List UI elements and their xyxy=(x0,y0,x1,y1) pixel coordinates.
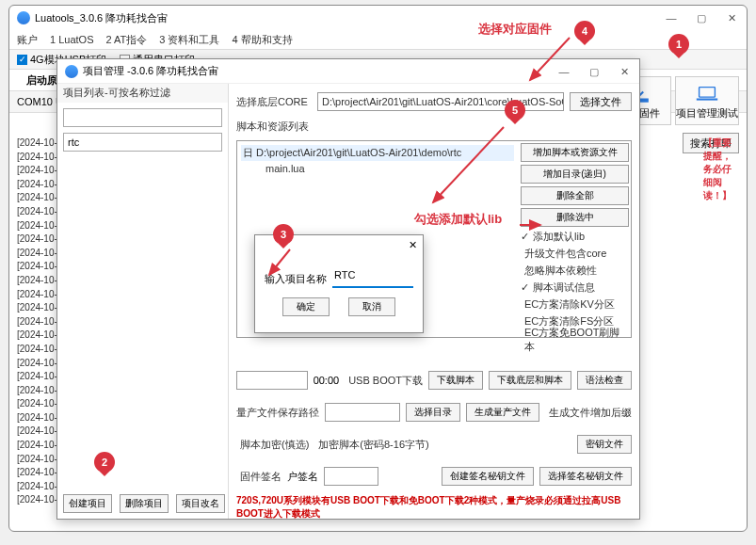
app-icon xyxy=(17,11,30,24)
gen-suffix-checkbox[interactable]: 生成文件增加后缀 xyxy=(545,405,632,421)
menu-bar: 账户 1 LuatOS 2 AT指令 3 资料和工具 4 帮助和支持 xyxy=(9,30,747,49)
time-label: 00:00 xyxy=(314,375,340,386)
create-project-button[interactable]: 创建项目 xyxy=(63,494,112,513)
add-default-lib-checkbox[interactable]: ✓添加默认lib xyxy=(521,230,629,244)
boot-mode-note: 720S,720U系列模块有USB BOOT下载和免BOOT下载2种模式，量产烧… xyxy=(236,494,632,521)
script-list-label: 脚本和资源列表 xyxy=(236,120,312,134)
bubble-2: 2 xyxy=(94,452,115,473)
syntax-check-button[interactable]: 语法检查 xyxy=(577,371,632,390)
maximize-icon[interactable]: ▢ xyxy=(686,6,716,30)
upgrade-core-checkbox[interactable]: 升级文件包含core xyxy=(521,247,629,261)
project-name-label: 输入项目名称 xyxy=(265,272,327,286)
delete-all-button[interactable]: 删除全部 xyxy=(521,186,629,205)
progress-input xyxy=(236,371,308,390)
ignore-deps-checkbox[interactable]: 忽略脚本依赖性 xyxy=(521,264,629,278)
mass-path-label: 量产文件保存路径 xyxy=(236,406,319,420)
bubble-1: 1 xyxy=(668,34,689,55)
maximize-icon[interactable]: ▢ xyxy=(579,59,609,84)
sign-enable-checkbox[interactable]: 固件签名 xyxy=(236,469,281,485)
bubble-5: 5 xyxy=(505,100,525,120)
menu-item[interactable]: 1 LuatOS xyxy=(50,34,93,45)
close-icon[interactable]: ✕ xyxy=(609,59,639,84)
create-keyfile-button[interactable]: 创建签名秘钥文件 xyxy=(442,467,534,486)
menu-item[interactable]: 账户 xyxy=(17,33,38,47)
close-icon[interactable]: ✕ xyxy=(716,6,747,30)
key-file-button[interactable]: 密钥文件 xyxy=(577,435,632,454)
main-title: Luatools_3.0.6 降功耗找合宙 xyxy=(35,11,168,25)
laptop-icon xyxy=(694,84,720,106)
menu-item[interactable]: 2 AT指令 xyxy=(105,33,147,47)
minimize-icon[interactable]: — xyxy=(656,6,686,30)
bubble-3: 3 xyxy=(273,224,294,245)
bubble-4: 4 xyxy=(574,21,595,41)
menu-item[interactable]: 4 帮助和支持 xyxy=(232,33,292,47)
choose-keyfile-button[interactable]: 选择签名秘钥文件 xyxy=(539,467,632,486)
sign-label: 户签名 xyxy=(287,470,318,484)
usb-boot-checkbox[interactable]: USB BOOT下载 xyxy=(345,373,423,389)
project-list-header: 项目列表-可按名称过滤 xyxy=(57,84,228,103)
ec-free-boot-checkbox[interactable]: EC方案免BOOT刷脚本 xyxy=(521,331,629,347)
tree-file[interactable]: main.lua xyxy=(241,161,514,174)
project-item-rtc[interactable]: rtc xyxy=(63,133,222,152)
svg-rect-2 xyxy=(697,99,717,101)
minimize-icon[interactable]: — xyxy=(549,59,579,84)
gen-mass-button[interactable]: 生成量产文件 xyxy=(466,403,539,422)
sub-title: 项目管理 -3.0.6 降功耗找合宙 xyxy=(83,64,218,78)
project-name-input[interactable]: RTC xyxy=(332,269,413,288)
choose-core-button[interactable]: 选择文件 xyxy=(570,92,632,111)
project-filter-input[interactable] xyxy=(63,108,222,127)
annotation-text: 勾选添加默认lib xyxy=(414,211,502,228)
ec-clear-kv-checkbox[interactable]: EC方案清除KV分区 xyxy=(521,297,629,312)
project-list-pane: 项目列表-可按名称过滤 rtc 创建项目 删除项目 项目改名 xyxy=(57,84,229,519)
encrypt-enable-checkbox[interactable]: 脚本加密(慎选) xyxy=(236,437,309,453)
download-script-button[interactable]: 下载脚本 xyxy=(428,371,483,390)
choose-dir-button[interactable]: 选择目录 xyxy=(406,403,460,422)
sign-user-input[interactable] xyxy=(324,467,378,486)
menu-item[interactable]: 3 资料和工具 xyxy=(159,33,219,47)
delete-selected-button[interactable]: 删除选中 xyxy=(521,208,629,227)
debug-info-checkbox[interactable]: ✓脚本调试信息 xyxy=(521,281,629,295)
cancel-button[interactable]: 取消 xyxy=(348,297,395,316)
important-warning: 【重要提醒，务必仔细阅读！】 xyxy=(703,136,732,202)
download-core-script-button[interactable]: 下载底层和脚本 xyxy=(489,371,571,390)
svg-rect-1 xyxy=(700,88,716,98)
close-icon[interactable]: ✕ xyxy=(409,239,417,251)
core-path-input[interactable]: D:\project\Air201\git\LuatOS-Air201\core… xyxy=(317,92,564,111)
delete-project-button[interactable]: 删除项目 xyxy=(120,494,169,513)
ok-button[interactable]: 确定 xyxy=(282,297,330,316)
project-manage-button[interactable]: 项目管理测试 xyxy=(675,76,739,125)
add-dir-button[interactable]: 增加目录(递归) xyxy=(521,165,629,184)
encrypt-script-checkbox[interactable]: 加密脚本(密码8-16字节) xyxy=(314,437,428,453)
annotation-text: 选择对应固件 xyxy=(478,21,552,38)
tree-folder[interactable]: 日 D:\project\Air201\git\LuatOS-Air201\de… xyxy=(241,145,514,161)
core-label: 选择底层CORE xyxy=(236,95,312,109)
add-script-button[interactable]: 增加脚本或资源文件 xyxy=(521,143,629,162)
rename-project-button[interactable]: 项目改名 xyxy=(176,494,225,513)
mass-path-input[interactable] xyxy=(325,403,400,422)
app-icon xyxy=(65,65,78,78)
